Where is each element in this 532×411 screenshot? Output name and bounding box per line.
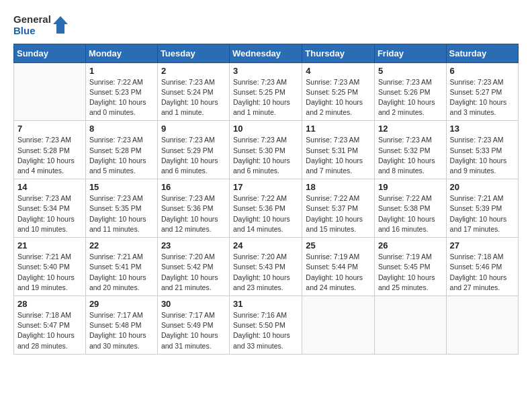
day-info: Sunrise: 7:22 AMSunset: 5:23 PMDaylight:… (89, 77, 154, 118)
col-header-sunday: Sunday (14, 44, 86, 62)
col-header-wednesday: Wednesday (230, 44, 302, 62)
calendar-cell: 11Sunrise: 7:23 AMSunset: 5:31 PMDayligh… (302, 121, 375, 179)
day-number: 6 (450, 66, 515, 76)
calendar-cell: 27Sunrise: 7:18 AMSunset: 5:46 PMDayligh… (446, 238, 518, 296)
day-number: 8 (89, 124, 154, 134)
day-number: 18 (306, 182, 371, 192)
calendar-cell (446, 296, 518, 355)
calendar-cell: 15Sunrise: 7:23 AMSunset: 5:35 PMDayligh… (85, 179, 157, 238)
calendar-cell (374, 296, 446, 355)
day-info: Sunrise: 7:23 AMSunset: 5:25 PMDaylight:… (233, 77, 298, 118)
day-number: 31 (233, 299, 298, 309)
calendar-cell: 3Sunrise: 7:23 AMSunset: 5:25 PMDaylight… (230, 62, 302, 121)
day-number: 4 (306, 66, 371, 76)
day-number: 22 (89, 240, 154, 250)
day-info: Sunrise: 7:22 AMSunset: 5:38 PMDaylight:… (378, 193, 443, 234)
day-info: Sunrise: 7:22 AMSunset: 5:37 PMDaylight:… (306, 193, 371, 234)
day-info: Sunrise: 7:20 AMSunset: 5:43 PMDaylight:… (233, 252, 298, 293)
day-number: 13 (450, 124, 515, 134)
calendar-cell (302, 296, 375, 355)
logo-text-blue: Blue (13, 25, 51, 36)
day-number: 3 (233, 66, 298, 76)
calendar-cell: 4Sunrise: 7:23 AMSunset: 5:25 PMDaylight… (302, 62, 375, 121)
day-info: Sunrise: 7:23 AMSunset: 5:35 PMDaylight:… (89, 193, 154, 234)
day-info: Sunrise: 7:23 AMSunset: 5:32 PMDaylight:… (378, 135, 443, 176)
day-number: 28 (17, 299, 82, 309)
day-number: 9 (161, 124, 226, 134)
day-info: Sunrise: 7:23 AMSunset: 5:26 PMDaylight:… (378, 77, 443, 118)
day-info: Sunrise: 7:22 AMSunset: 5:36 PMDaylight:… (233, 193, 298, 234)
svg-marker-0 (53, 16, 68, 34)
day-number: 23 (161, 240, 226, 250)
calendar-week-row: 7Sunrise: 7:23 AMSunset: 5:28 PMDaylight… (14, 121, 519, 179)
calendar-week-row: 21Sunrise: 7:21 AMSunset: 5:40 PMDayligh… (14, 238, 519, 296)
day-number: 15 (89, 182, 154, 192)
calendar-cell: 2Sunrise: 7:23 AMSunset: 5:24 PMDaylight… (157, 62, 229, 121)
col-header-thursday: Thursday (302, 44, 375, 62)
logo-wordmark: General Blue (13, 13, 68, 37)
day-number: 5 (378, 66, 443, 76)
logo-text-general: General (13, 13, 51, 25)
calendar-cell: 14Sunrise: 7:23 AMSunset: 5:34 PMDayligh… (14, 179, 86, 238)
day-info: Sunrise: 7:21 AMSunset: 5:40 PMDaylight:… (17, 252, 82, 293)
day-info: Sunrise: 7:16 AMSunset: 5:50 PMDaylight:… (233, 310, 298, 351)
col-header-saturday: Saturday (446, 44, 518, 62)
day-number: 26 (378, 240, 443, 250)
calendar-cell: 23Sunrise: 7:20 AMSunset: 5:42 PMDayligh… (157, 238, 229, 296)
calendar-week-row: 28Sunrise: 7:18 AMSunset: 5:47 PMDayligh… (14, 296, 519, 355)
calendar-cell: 24Sunrise: 7:20 AMSunset: 5:43 PMDayligh… (230, 238, 302, 296)
logo-bird-icon (53, 15, 68, 35)
day-number: 17 (233, 182, 298, 192)
calendar-cell: 18Sunrise: 7:22 AMSunset: 5:37 PMDayligh… (302, 179, 375, 238)
calendar-cell: 29Sunrise: 7:17 AMSunset: 5:48 PMDayligh… (85, 296, 157, 355)
calendar-cell: 19Sunrise: 7:22 AMSunset: 5:38 PMDayligh… (374, 179, 446, 238)
day-info: Sunrise: 7:23 AMSunset: 5:24 PMDaylight:… (161, 77, 226, 118)
calendar-cell: 13Sunrise: 7:23 AMSunset: 5:33 PMDayligh… (446, 121, 518, 179)
col-header-friday: Friday (374, 44, 446, 62)
day-number: 19 (378, 182, 443, 192)
calendar-cell: 26Sunrise: 7:19 AMSunset: 5:45 PMDayligh… (374, 238, 446, 296)
calendar-table: SundayMondayTuesdayWednesdayThursdayFrid… (13, 44, 519, 355)
day-number: 7 (17, 124, 82, 134)
day-number: 16 (161, 182, 226, 192)
calendar-cell: 21Sunrise: 7:21 AMSunset: 5:40 PMDayligh… (14, 238, 86, 296)
day-info: Sunrise: 7:17 AMSunset: 5:48 PMDaylight:… (89, 310, 154, 351)
day-info: Sunrise: 7:23 AMSunset: 5:34 PMDaylight:… (17, 193, 82, 234)
day-info: Sunrise: 7:23 AMSunset: 5:31 PMDaylight:… (306, 135, 371, 176)
day-info: Sunrise: 7:23 AMSunset: 5:28 PMDaylight:… (17, 135, 82, 176)
calendar-cell: 22Sunrise: 7:21 AMSunset: 5:41 PMDayligh… (85, 238, 157, 296)
calendar-cell (14, 62, 86, 121)
day-number: 27 (450, 240, 515, 250)
calendar-cell: 7Sunrise: 7:23 AMSunset: 5:28 PMDaylight… (14, 121, 86, 179)
day-number: 11 (306, 124, 371, 134)
calendar-cell: 12Sunrise: 7:23 AMSunset: 5:32 PMDayligh… (374, 121, 446, 179)
col-header-tuesday: Tuesday (157, 44, 229, 62)
day-info: Sunrise: 7:19 AMSunset: 5:45 PMDaylight:… (378, 252, 443, 293)
calendar-cell: 9Sunrise: 7:23 AMSunset: 5:29 PMDaylight… (157, 121, 229, 179)
day-number: 21 (17, 240, 82, 250)
calendar-cell: 10Sunrise: 7:23 AMSunset: 5:30 PMDayligh… (230, 121, 302, 179)
calendar-cell: 31Sunrise: 7:16 AMSunset: 5:50 PMDayligh… (230, 296, 302, 355)
logo: General Blue (13, 13, 68, 37)
day-info: Sunrise: 7:18 AMSunset: 5:46 PMDaylight:… (450, 252, 515, 293)
calendar-cell: 17Sunrise: 7:22 AMSunset: 5:36 PMDayligh… (230, 179, 302, 238)
col-header-monday: Monday (85, 44, 157, 62)
calendar-cell: 5Sunrise: 7:23 AMSunset: 5:26 PMDaylight… (374, 62, 446, 121)
day-info: Sunrise: 7:23 AMSunset: 5:25 PMDaylight:… (306, 77, 371, 118)
calendar-cell: 20Sunrise: 7:21 AMSunset: 5:39 PMDayligh… (446, 179, 518, 238)
day-number: 20 (450, 182, 515, 192)
calendar-cell: 8Sunrise: 7:23 AMSunset: 5:28 PMDaylight… (85, 121, 157, 179)
calendar-week-row: 14Sunrise: 7:23 AMSunset: 5:34 PMDayligh… (14, 179, 519, 238)
day-info: Sunrise: 7:23 AMSunset: 5:33 PMDaylight:… (450, 135, 515, 176)
day-number: 30 (161, 299, 226, 309)
day-info: Sunrise: 7:21 AMSunset: 5:39 PMDaylight:… (450, 193, 515, 234)
calendar-header-row: SundayMondayTuesdayWednesdayThursdayFrid… (14, 44, 519, 62)
header: General Blue (13, 13, 519, 37)
day-info: Sunrise: 7:19 AMSunset: 5:44 PMDaylight:… (306, 252, 371, 293)
calendar-cell: 30Sunrise: 7:17 AMSunset: 5:49 PMDayligh… (157, 296, 229, 355)
day-number: 10 (233, 124, 298, 134)
calendar-cell: 16Sunrise: 7:23 AMSunset: 5:36 PMDayligh… (157, 179, 229, 238)
day-info: Sunrise: 7:18 AMSunset: 5:47 PMDaylight:… (17, 310, 82, 351)
day-info: Sunrise: 7:21 AMSunset: 5:41 PMDaylight:… (89, 252, 154, 293)
day-number: 1 (89, 66, 154, 76)
